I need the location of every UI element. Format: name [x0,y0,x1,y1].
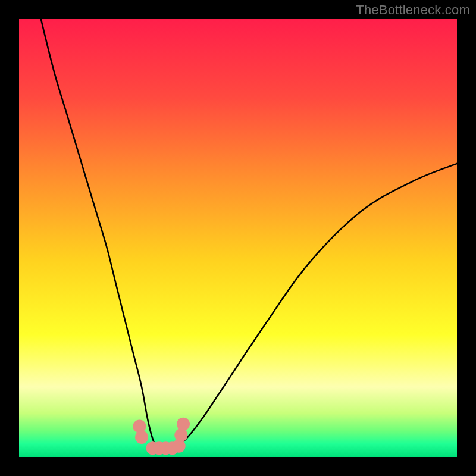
marker-dot [173,440,186,453]
chart-frame: TheBottleneck.com [0,0,476,476]
curve-markers [133,418,190,455]
chart-svg [19,19,457,457]
watermark-text: TheBottleneck.com [356,2,470,18]
marker-dot [133,419,146,433]
plot-area [19,19,457,457]
marker-dot [135,431,148,444]
bottleneck-curve [41,19,457,449]
marker-dot [174,428,187,441]
marker-dot [177,418,190,431]
